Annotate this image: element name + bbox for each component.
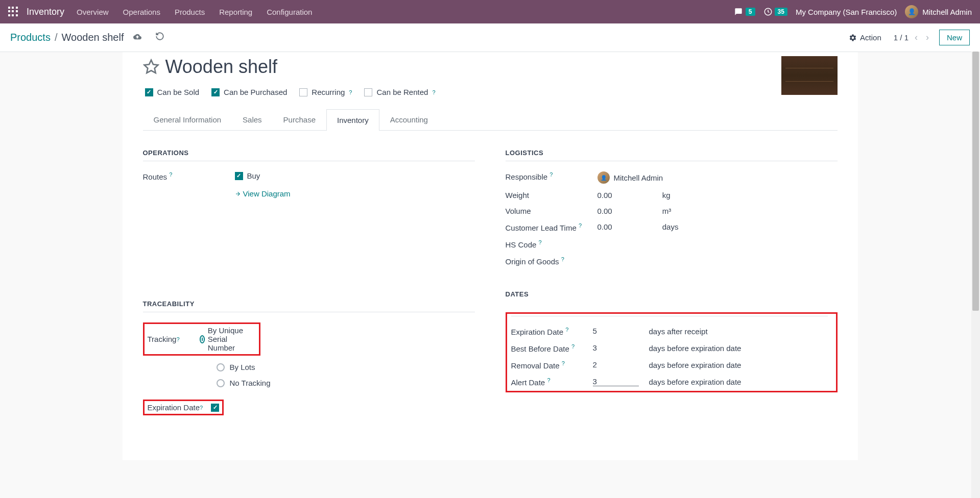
- weight-value[interactable]: 0.00: [597, 191, 612, 200]
- breadcrumb-separator: /: [55, 32, 58, 43]
- tracking-lots-radio[interactable]: [217, 363, 225, 371]
- lead-time-help-icon[interactable]: ?: [579, 222, 582, 229]
- action-label: Action: [860, 33, 881, 42]
- recurring-label: Recurring: [312, 88, 345, 96]
- activity-count-badge: 35: [775, 8, 787, 16]
- expiration-suffix: days after receipt: [649, 327, 708, 336]
- responsible-help-icon[interactable]: ?: [549, 171, 553, 178]
- alert-suffix: days before expiration date: [649, 378, 742, 386]
- tracking-label: Tracking: [148, 335, 177, 343]
- tracking-none-radio[interactable]: [217, 379, 225, 387]
- arrow-right-icon: [235, 191, 241, 197]
- dates-expiration-help-icon[interactable]: ?: [565, 327, 568, 333]
- nav-operations[interactable]: Operations: [123, 8, 160, 16]
- best-before-days-input[interactable]: [593, 343, 639, 353]
- view-diagram-link[interactable]: View Diagram: [235, 189, 291, 198]
- expiration-help-icon[interactable]: ?: [200, 405, 203, 411]
- tracking-none-label: No Tracking: [230, 379, 271, 387]
- dates-highlight: Expiration Date ? days after receipt Bes…: [506, 312, 838, 392]
- tab-purchase[interactable]: Purchase: [273, 109, 326, 130]
- can-be-rented-label: Can be Rented: [376, 88, 428, 96]
- hs-code-label: HS Code: [506, 240, 537, 249]
- origin-label: Origin of Goods: [506, 257, 559, 266]
- best-before-help-icon[interactable]: ?: [571, 343, 575, 350]
- brand-title[interactable]: Inventory: [27, 7, 64, 17]
- lead-time-unit: days: [662, 222, 679, 231]
- route-buy-checkbox[interactable]: [235, 172, 243, 180]
- tab-inventory[interactable]: Inventory: [326, 109, 379, 131]
- section-traceability: TRACEABILITY: [143, 300, 475, 312]
- best-before-label: Best Before Date: [511, 344, 569, 353]
- navbar: Inventory Overview Operations Products R…: [0, 0, 980, 23]
- expiration-days-input[interactable]: [593, 327, 639, 336]
- pager: 1 / 1 ‹ ›: [894, 32, 931, 43]
- scrollbar[interactable]: [971, 52, 980, 460]
- removal-days-input[interactable]: [593, 360, 639, 369]
- best-before-suffix: days before expiration date: [649, 344, 742, 353]
- tracking-lots-label: By Lots: [230, 363, 255, 371]
- activity-icon[interactable]: 35: [763, 7, 787, 16]
- origin-help-icon[interactable]: ?: [561, 256, 564, 262]
- expiration-date-checkbox[interactable]: [211, 404, 219, 412]
- lead-time-value[interactable]: 0.00: [597, 222, 612, 231]
- product-header: Wooden shelf Can be Sold Can be Purchase…: [143, 52, 838, 96]
- favorite-star-icon[interactable]: [143, 59, 159, 75]
- can-be-purchased-label: Can be Purchased: [224, 88, 287, 96]
- hs-code-help-icon[interactable]: ?: [539, 239, 542, 245]
- tracking-serial-radio[interactable]: [200, 335, 205, 343]
- recurring-help-icon[interactable]: ?: [349, 89, 352, 95]
- volume-label: Volume: [506, 207, 597, 215]
- alert-days-input[interactable]: [593, 377, 639, 386]
- svg-marker-1: [144, 60, 158, 73]
- breadcrumb: Products / Wooden shelf: [10, 32, 164, 43]
- apps-icon[interactable]: [8, 7, 18, 17]
- scrollbar-thumb[interactable]: [972, 52, 979, 311]
- routes-label: Routes: [143, 172, 168, 181]
- user-menu[interactable]: 👤 Mitchell Admin: [905, 5, 972, 18]
- pager-text[interactable]: 1 / 1: [894, 33, 909, 42]
- product-image[interactable]: [781, 56, 838, 95]
- can-be-sold-label: Can be Sold: [157, 88, 200, 96]
- responsible-label: Responsible: [506, 172, 548, 181]
- tracking-help-icon[interactable]: ?: [176, 336, 179, 342]
- tab-sales[interactable]: Sales: [232, 109, 273, 130]
- tabs: General Information Sales Purchase Inven…: [143, 109, 838, 131]
- new-button[interactable]: New: [939, 30, 970, 45]
- messaging-icon[interactable]: 5: [733, 8, 755, 16]
- tracking-serial-label: By Unique Serial Number: [208, 326, 256, 352]
- recurring-checkbox[interactable]: [299, 88, 307, 96]
- section-logistics: LOGISTICS: [506, 149, 838, 161]
- company-switcher[interactable]: My Company (San Francisco): [796, 8, 897, 16]
- can-be-sold-checkbox[interactable]: [145, 88, 153, 96]
- pager-next-icon[interactable]: ›: [924, 32, 931, 43]
- lead-time-label: Customer Lead Time: [506, 223, 577, 232]
- responsible-value[interactable]: Mitchell Admin: [614, 173, 663, 182]
- product-name[interactable]: Wooden shelf: [165, 56, 277, 78]
- nav-configuration[interactable]: Configuration: [267, 8, 312, 16]
- can-be-rented-checkbox[interactable]: [364, 88, 372, 96]
- can-be-purchased-checkbox[interactable]: [211, 88, 220, 96]
- removal-help-icon[interactable]: ?: [562, 360, 565, 366]
- nav-reporting[interactable]: Reporting: [219, 8, 252, 16]
- can-be-rented-help-icon[interactable]: ?: [432, 89, 435, 95]
- section-dates: DATES: [506, 290, 838, 302]
- tab-general-information[interactable]: General Information: [143, 109, 232, 130]
- tab-accounting[interactable]: Accounting: [379, 109, 439, 130]
- removal-suffix: days before expiration date: [649, 361, 742, 369]
- alert-date-label: Alert Date: [511, 378, 545, 387]
- breadcrumb-root[interactable]: Products: [10, 32, 51, 43]
- nav-overview[interactable]: Overview: [77, 8, 109, 16]
- action-button[interactable]: Action: [849, 33, 881, 42]
- nav-products[interactable]: Products: [175, 8, 205, 16]
- volume-value[interactable]: 0.00: [597, 207, 612, 215]
- discard-icon[interactable]: [155, 32, 164, 43]
- alert-help-icon[interactable]: ?: [547, 377, 550, 383]
- weight-unit: kg: [662, 191, 671, 200]
- removal-date-label: Removal Date: [511, 361, 560, 370]
- cloud-save-icon[interactable]: [132, 32, 143, 43]
- chat-count-badge: 5: [746, 8, 755, 16]
- route-buy-label: Buy: [247, 171, 260, 180]
- routes-help-icon[interactable]: ?: [169, 171, 172, 178]
- pager-prev-icon[interactable]: ‹: [913, 32, 920, 43]
- form-view: Wooden shelf Can be Sold Can be Purchase…: [123, 52, 858, 460]
